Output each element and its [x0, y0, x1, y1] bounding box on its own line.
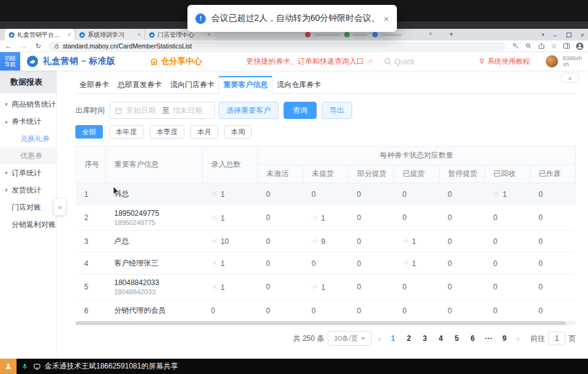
cell-count[interactable]: ☞1: [303, 205, 349, 231]
cell-count[interactable]: ☞1: [303, 275, 349, 300]
cell-count[interactable]: ☞1: [394, 231, 439, 253]
tab-to-store[interactable]: 流向门店券卡: [166, 76, 219, 93]
page-size-select[interactable]: 30条/页: [328, 331, 372, 346]
quick-filter-year[interactable]: 本年度: [109, 125, 144, 139]
tap-icon: ☞: [209, 235, 220, 247]
address-bar[interactable]: standard.maboy.cn/CardMemberStatisticsLi…: [49, 42, 506, 51]
page-2[interactable]: 2: [403, 334, 415, 343]
sidebar-item-card-stats[interactable]: ▴ 券卡统计: [0, 113, 56, 130]
tab-all-cards[interactable]: 全部券卡: [75, 76, 113, 93]
goto-page-input[interactable]: [548, 332, 565, 345]
quick-filter-month[interactable]: 本月: [190, 125, 218, 139]
screen-share-bar: 金禾通技术王斌18662591081的屏幕共享: [0, 359, 588, 374]
next-page-button[interactable]: ›: [514, 334, 522, 343]
sidebar-item-shipping-stats[interactable]: ▾ 发货统计: [0, 181, 56, 199]
quick-filter-week[interactable]: 本周: [224, 125, 252, 139]
end-date-input[interactable]: [173, 106, 206, 115]
bookmark-star-icon[interactable]: ☆: [551, 42, 557, 50]
cell-count: 0: [258, 300, 303, 321]
browser-toolbar: ← → ↻ standard.maboy.cn/CardMemberStatis…: [0, 40, 588, 52]
side-panel-icon[interactable]: [563, 42, 570, 50]
sidebar-item-coupon[interactable]: 优惠券: [0, 147, 56, 164]
quick-search[interactable]: Quick: [384, 57, 415, 66]
quick-filter-all[interactable]: 全部: [75, 125, 103, 139]
back-icon[interactable]: ←: [5, 42, 12, 50]
page-3[interactable]: 3: [419, 334, 431, 343]
prev-page-button[interactable]: ‹: [375, 334, 383, 343]
sidebar-item-store-reconcile[interactable]: 门店对账: [0, 199, 56, 216]
cell-count[interactable]: ☞9: [303, 231, 349, 253]
cell-customer[interactable]: 卢总: [106, 231, 203, 253]
key-icon[interactable]: [512, 42, 519, 50]
horizontal-scrollbar[interactable]: [75, 321, 576, 326]
function-nav-button[interactable]: 功能 导航: [0, 52, 20, 71]
browser-tab-2[interactable]: 系统培训学习 ×: [75, 29, 145, 40]
maximize-icon[interactable]: [567, 32, 571, 37]
minimize-icon[interactable]: –: [553, 31, 557, 39]
sidebar-item-order-stats[interactable]: ▾ 订单统计: [0, 164, 56, 181]
close-icon[interactable]: ×: [581, 31, 584, 39]
sidebar-item-rebate-reconcile[interactable]: 分销返利对账: [0, 216, 56, 233]
cell-count[interactable]: ☞1: [394, 253, 439, 275]
expand-button[interactable]: »: [560, 73, 580, 83]
scrollbar-thumb[interactable]: [75, 321, 566, 325]
date-range-input[interactable]: 至: [110, 102, 215, 119]
cell-count[interactable]: ☞1: [203, 253, 258, 275]
tutorial-link[interactable]: 系统使用教程: [478, 57, 530, 66]
tab-close-icon[interactable]: ×: [137, 31, 141, 38]
page-6[interactable]: 6: [467, 334, 479, 343]
close-icon[interactable]: ×: [383, 13, 389, 24]
page-ellipsis[interactable]: ···: [483, 334, 495, 343]
share-center-label: 仓分享中心: [161, 56, 203, 67]
main-content: » 全部券卡 总部直发券卡 流向门店券卡 重要客户信息 流向仓库券卡 出库时间 …: [57, 71, 588, 359]
select-customer-button[interactable]: 选择重要客户: [219, 102, 279, 119]
cell-customer[interactable]: 客户经理张三: [106, 253, 203, 275]
sidebar-item-redeem-voucher[interactable]: 兑换礼券: [0, 130, 56, 147]
sidebar-handle[interactable]: ≡: [54, 199, 66, 215]
new-tab-button[interactable]: +: [449, 29, 454, 39]
tab-close-icon[interactable]: ×: [207, 31, 211, 38]
cell-customer[interactable]: 1804884203318048842033: [106, 275, 203, 300]
cell-count[interactable]: ☞1: [203, 205, 258, 231]
page-4[interactable]: 4: [435, 334, 447, 343]
chevron-down-icon: [361, 337, 366, 340]
profile-icon[interactable]: [576, 42, 584, 50]
cell-count: 0: [484, 231, 530, 253]
zoom-icon[interactable]: [525, 42, 532, 50]
cell-count[interactable]: ☞1: [203, 183, 258, 205]
cell-count[interactable]: ☞1: [484, 183, 530, 205]
tab-to-warehouse[interactable]: 流向仓库券卡: [273, 76, 325, 93]
chevron-down-icon[interactable]: ▾: [541, 32, 544, 37]
browser-tab-1[interactable]: 礼盒营销平台管理中心 ×: [5, 29, 75, 40]
query-button[interactable]: 查询: [284, 102, 317, 119]
cell-customer[interactable]: 1895024977518950249775: [106, 205, 203, 231]
export-button[interactable]: 导出: [322, 102, 352, 119]
forward-icon[interactable]: →: [20, 42, 28, 50]
avatar[interactable]: [546, 55, 558, 67]
tab-important-customers[interactable]: 重要客户信息: [219, 76, 273, 94]
quick-filter-quarter[interactable]: 本季度: [150, 125, 185, 139]
page-5[interactable]: 5: [451, 334, 463, 343]
app-header: 功能 导航 礼盒营销 – 标准版 仓分享中心 更快捷的券卡、订单和快递查询入口 …: [0, 52, 588, 71]
cell-count: 0: [303, 183, 349, 205]
tab-hq-direct[interactable]: 总部直发券卡: [113, 76, 166, 93]
tab-close-icon[interactable]: ×: [67, 31, 71, 38]
sidebar-item-label: 商品销售统计: [12, 99, 56, 110]
cell-count: 0: [349, 205, 394, 231]
cell-count: 0: [530, 275, 575, 300]
reload-icon[interactable]: ↻: [36, 42, 41, 50]
share-icon[interactable]: [538, 42, 545, 50]
cell-count[interactable]: ☞10: [203, 231, 258, 253]
tap-icon: ☞: [491, 188, 502, 200]
page-1[interactable]: 1: [387, 334, 399, 343]
quick-entry-link[interactable]: 更快捷的券卡、订单和快递查询入口 ☞: [246, 56, 374, 67]
sidebar-item-product-sales[interactable]: ▾ 商品销售统计: [0, 96, 56, 113]
cell-customer[interactable]: 分销代理的会员: [106, 300, 203, 321]
cell-count[interactable]: ☞1: [203, 275, 258, 300]
page-9[interactable]: 9: [499, 334, 511, 343]
cell-customer[interactable]: 韩总: [106, 183, 203, 205]
tab-close-icon[interactable]: ×: [429, 31, 432, 37]
share-center-link[interactable]: 仓分享中心: [149, 56, 203, 67]
participant-box[interactable]: [0, 359, 17, 374]
start-date-input[interactable]: [126, 106, 159, 115]
